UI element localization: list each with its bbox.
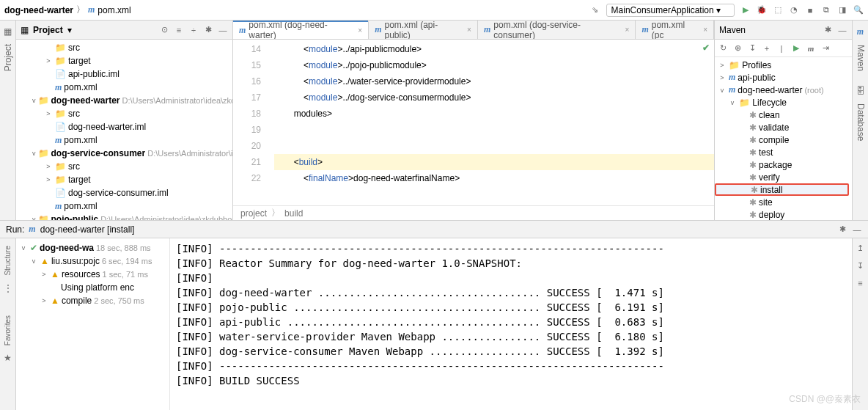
run-tree-item[interactable]: Using platform enc	[16, 281, 169, 294]
run-panel: Run: m dog-need-warter [install] ✱ — ▶ ⟳…	[0, 220, 868, 410]
build-icon[interactable]: ⇘	[590, 5, 600, 15]
run-right-gutter: ↥ ↧ ≡	[852, 238, 868, 410]
tree-item[interactable]: m pom.xml	[16, 199, 232, 213]
maven-tb-btn[interactable]: ↻	[718, 43, 728, 54]
tree-item[interactable]: 📄 dog-need-warter.iml	[16, 120, 232, 133]
maven-tree-item[interactable]: ✱ deploy	[715, 208, 852, 220]
maven-tb-btn[interactable]: ↧	[747, 43, 757, 54]
maven-tree-item[interactable]: ✱ install	[715, 183, 849, 196]
maven-tb-btn[interactable]: ⊕	[732, 43, 743, 54]
maven-panel: Maven ✱ — ↻⊕↧+|▶m⇥ >📁 Profiles>m api-pub…	[714, 21, 852, 220]
maven-tree-item[interactable]: ✱ package	[715, 158, 852, 171]
maven-tree-item[interactable]: ✱ validate	[715, 121, 852, 133]
left-tool-strip: ▦ Project	[0, 21, 16, 220]
tree-item[interactable]: >📁 src	[16, 107, 232, 120]
tree-item[interactable]: >📁 target	[16, 54, 232, 67]
maven-tree-item[interactable]: >m api-public	[715, 71, 852, 84]
tree-item[interactable]: >📁 src	[16, 160, 232, 173]
print-icon[interactable]: ≡	[856, 278, 866, 288]
project-tool-label[interactable]: Project	[3, 44, 13, 71]
profile-icon[interactable]: ◔	[789, 5, 799, 15]
run-config-name[interactable]: dog-need-warter [install]	[40, 224, 135, 235]
maven-tb-btn[interactable]: m	[806, 43, 816, 54]
editor-tabs: mpom.xml (dog-need-warter)×mpom.xml (api…	[233, 21, 714, 40]
editor-tab[interactable]: mpom.xml (dog-need-warter)×	[233, 21, 369, 40]
run-hide-icon[interactable]: —	[852, 224, 862, 235]
run-tree-item[interactable]: v✔ dog-need-wa 18 sec, 888 ms	[16, 241, 169, 255]
tree-item[interactable]: 📄 api-public.iml	[16, 67, 232, 81]
maven-settings-icon[interactable]: ✱	[823, 25, 833, 35]
breadcrumb-project[interactable]: dog-need-warter	[4, 5, 73, 15]
run-config-select[interactable]: MainConsumerApplication ▾	[606, 4, 735, 17]
breadcrumb-file[interactable]: pom.xml	[98, 5, 130, 15]
maven-tb-btn[interactable]: ⇥	[820, 43, 831, 54]
maven-tool-label[interactable]: Maven	[856, 45, 866, 71]
maven-tree[interactable]: >📁 Profiles>m api-publicvm dog-need-wart…	[715, 57, 852, 220]
run-tree-item[interactable]: v▲ liu.susu:pojc 6 sec, 194 ms	[16, 255, 169, 268]
split-icon[interactable]: ◨	[837, 5, 847, 15]
project-view-icon: ▦	[21, 25, 29, 35]
line-gutter: 141516171819202122	[233, 40, 274, 205]
code-lines[interactable]: <module>../api-publicmodule> <module>../…	[274, 40, 714, 205]
code-area[interactable]: ✔ 141516171819202122 <module>../api-publ…	[233, 40, 714, 205]
maven-tree-item[interactable]: v📁 Lifecycle	[715, 96, 852, 109]
editor-tab[interactable]: mpom.xml (dog-service-consumer)×	[478, 21, 636, 39]
editor: mpom.xml (dog-need-warter)×mpom.xml (api…	[233, 21, 714, 220]
maven-tool-icon[interactable]: m	[857, 26, 864, 37]
run-icon[interactable]: ▶	[740, 5, 751, 15]
structure-tool-label[interactable]: Structure	[4, 246, 12, 276]
search-icon[interactable]: 🔍	[853, 5, 864, 15]
structure-tool-icon[interactable]: ⋮	[4, 283, 12, 293]
maven-tree-item[interactable]: ✱ verify	[715, 171, 852, 183]
hide-icon[interactable]: —	[218, 25, 228, 35]
tree-item[interactable]: 📁 src	[16, 41, 232, 54]
maven-tb-btn[interactable]: |	[776, 43, 787, 54]
maven-panel-header: Maven ✱ —	[715, 21, 852, 40]
project-panel-title[interactable]: Project	[33, 25, 63, 35]
run-label: Run:	[6, 224, 24, 235]
tree-item[interactable]: m pom.xml	[16, 133, 232, 147]
scroll-end-icon[interactable]: ↧	[856, 260, 866, 271]
tree-item[interactable]: >📁 target	[16, 173, 232, 186]
layout-icon[interactable]: ⧉	[821, 5, 831, 15]
run-settings-icon[interactable]: ✱	[837, 224, 847, 235]
maven-tree-item[interactable]: >📁 Profiles	[715, 59, 852, 71]
expand-icon[interactable]: ≡	[174, 25, 184, 35]
settings-icon[interactable]: ✱	[203, 25, 213, 35]
watermark: CSDN @@秦素衣	[789, 393, 861, 406]
tree-item[interactable]: 📄 dog-service-consumer.iml	[16, 186, 232, 199]
stop-icon[interactable]: ■	[805, 5, 815, 15]
maven-tree-item[interactable]: vm dog-need-warter (root)	[715, 84, 852, 96]
editor-tab[interactable]: mpom.xml (api-public)×	[369, 21, 478, 39]
maven-tb-btn[interactable]: +	[762, 43, 772, 54]
database-tool-icon[interactable]: 🗄	[856, 86, 865, 96]
favorites-tool-icon[interactable]: ★	[4, 353, 12, 363]
run-console[interactable]: [INFO] ---------------------------------…	[170, 238, 852, 410]
locate-icon[interactable]: ⊙	[159, 25, 169, 35]
run-test-tree[interactable]: v✔ dog-need-wa 18 sec, 888 msv▲ liu.susu…	[16, 238, 170, 410]
editor-tab[interactable]: mpom.xml (pc×	[636, 21, 714, 39]
tree-item[interactable]: v📁 pojo-public D:\Users\Administrator\id…	[16, 213, 232, 220]
maven-tb-btn[interactable]: ▶	[791, 43, 801, 54]
collapse-icon[interactable]: ÷	[188, 25, 199, 35]
breadcrumb: dog-need-warter 〉 m pom.xml	[4, 4, 587, 16]
favorites-tool-label[interactable]: Favorites	[4, 315, 12, 345]
debug-icon[interactable]: 🐞	[757, 5, 767, 15]
tree-item[interactable]: m pom.xml	[16, 81, 232, 94]
tree-item[interactable]: v📁 dog-service-consumer D:\Users\Adminis…	[16, 147, 232, 160]
maven-tree-item[interactable]: ✱ test	[715, 146, 852, 158]
project-tool-icon[interactable]: ▦	[4, 26, 12, 37]
maven-hide-icon[interactable]: —	[837, 25, 847, 35]
maven-tree-item[interactable]: ✱ clean	[715, 109, 852, 121]
tree-item[interactable]: v📁 dog-need-warter D:\Users\Administrato…	[16, 94, 232, 107]
database-tool-label[interactable]: Database	[856, 103, 866, 141]
editor-breadcrumb: project〉 build	[233, 205, 714, 220]
run-tree-item[interactable]: >▲ compile 2 sec, 750 ms	[16, 294, 169, 307]
project-panel-header: ▦ Project ▾ ⊙ ≡ ÷ ✱ —	[16, 21, 232, 40]
soft-wrap-icon[interactable]: ↥	[856, 243, 866, 253]
maven-tree-item[interactable]: ✱ compile	[715, 133, 852, 146]
maven-tree-item[interactable]: ✱ site	[715, 196, 852, 208]
run-tree-item[interactable]: >▲ resources 1 sec, 71 ms	[16, 268, 169, 281]
coverage-icon[interactable]: ⬚	[773, 5, 783, 15]
project-tree[interactable]: 📁 src>📁 target📄 api-public.imlm pom.xmlv…	[16, 40, 232, 220]
